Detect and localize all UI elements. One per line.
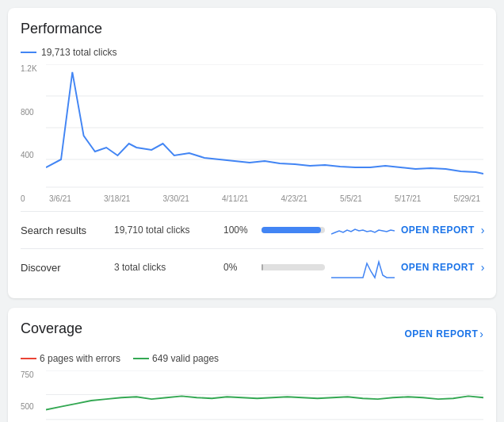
coverage-legend: 6 pages with errors 649 valid pages [21,353,483,364]
discover-bar-fill [262,264,263,270]
search-results-label: Search results [21,224,108,236]
coverage-legend-valid: 649 valid pages [152,353,219,364]
coverage-legend-errors: 6 pages with errors [40,353,120,364]
discover-pct: 0% [223,262,255,273]
discover-label: Discover [21,262,108,274]
legend-line-green [133,358,149,359]
discover-open-report[interactable]: OPEN REPORT [401,262,475,273]
search-results-row: Search results 19,710 total clicks 100% … [21,211,483,248]
search-results-stats: 19,710 total clicks 100% [114,218,395,242]
discover-bar-bg [262,264,325,270]
coverage-chart-wrapper: 750 500 250 0 [21,370,483,422]
discover-sparkline [331,255,395,279]
coverage-y-axis: 750 500 250 0 [21,370,34,422]
coverage-svg [46,370,483,422]
performance-legend-label: 19,713 total clicks [41,47,116,58]
legend-line-blue [21,52,36,53]
performance-legend: 19,713 total clicks [21,47,483,58]
search-results-open-report[interactable]: OPEN REPORT [401,224,475,236]
performance-x-axis: 3/6/21 3/18/21 3/30/21 4/11/21 4/23/21 5… [46,194,483,203]
performance-svg [46,64,483,191]
performance-title: Performance [21,21,483,37]
discover-stats: 3 total clicks 0% [114,255,395,279]
discover-clicks: 3 total clicks [114,262,217,273]
search-results-chevron[interactable]: › [481,224,485,236]
search-results-pct: 100% [223,224,255,236]
coverage-open-report[interactable]: OPEN REPORT [404,328,478,340]
search-results-bar-bg [262,227,325,233]
search-results-clicks: 19,710 total clicks [114,224,217,236]
discover-chevron[interactable]: › [481,261,485,274]
performance-chart-wrapper: 1.2K 800 400 0 3/6/21 3/18/21 3/30/21 4/… [21,64,483,203]
performance-chart-area [46,64,483,191]
search-results-sparkline [331,218,395,242]
coverage-title: Coverage [21,320,82,337]
coverage-chart-area [46,370,483,422]
legend-line-red [21,358,36,359]
coverage-header: Coverage OPEN REPORT › [21,320,483,347]
coverage-open-report-chevron[interactable]: › [479,328,483,340]
coverage-card: Coverage OPEN REPORT › 6 pages with erro… [8,308,496,422]
performance-card: Performance 19,713 total clicks 1.2K 800… [8,8,496,298]
discover-row: Discover 3 total clicks 0% OPEN REPORT › [21,248,483,286]
search-results-bar-fill [262,227,321,233]
performance-y-axis: 1.2K 800 400 0 [21,64,37,203]
